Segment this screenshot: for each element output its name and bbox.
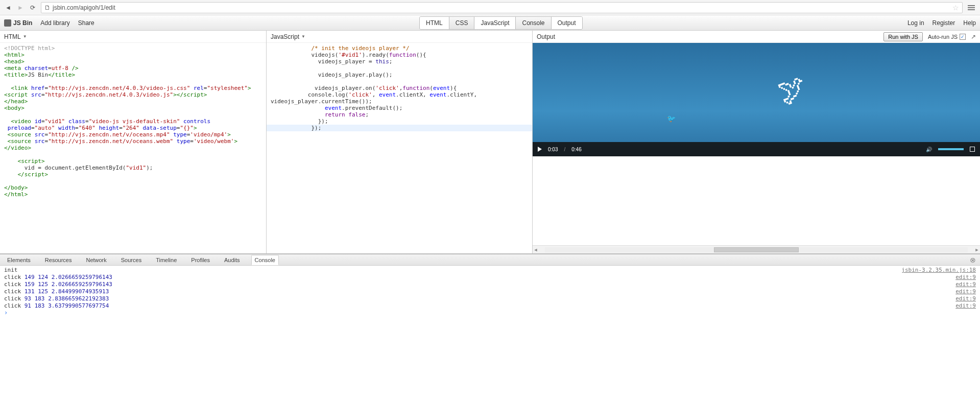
login-link[interactable]: Log in bbox=[907, 19, 924, 27]
jsbin-logo-icon bbox=[4, 19, 11, 27]
devtools-tab-console[interactable]: Console bbox=[251, 255, 279, 265]
console-source-link[interactable]: edit:9 bbox=[955, 274, 976, 281]
volume-icon[interactable]: 🔊 bbox=[926, 147, 932, 152]
console-row: click 131 125 2.844999074935913 edit:9 bbox=[4, 288, 976, 295]
video-frame-content: 🕊 bbox=[774, 70, 811, 109]
devtools-tab-sources[interactable]: Sources bbox=[118, 255, 145, 265]
output-panel-title: Output bbox=[537, 33, 555, 40]
javascript-panel: JavaScript ▼ /* init the videojs player … bbox=[267, 31, 533, 253]
output-panel-header: Output Run with JS Auto-run JS ✓ ↗ bbox=[533, 31, 980, 43]
add-library-button[interactable]: Add library bbox=[40, 19, 69, 27]
devtools-tabs: Elements Resources Network Sources Timel… bbox=[0, 254, 980, 266]
console-row: init jsbin-3.2.35.min.js:18 bbox=[4, 267, 976, 274]
help-link[interactable]: Help bbox=[963, 19, 976, 27]
console-row: click 159 125 2.0266659259796143 edit:9 bbox=[4, 281, 976, 288]
console-source-link[interactable]: jsbin-3.2.35.min.js:18 bbox=[901, 267, 976, 274]
video-controls: 0:03 / 0:46 🔊 bbox=[533, 142, 980, 156]
browser-chrome: ◄ ► ⟳ 🗋 jsbin.com/apigoh/1/edit ☆ bbox=[0, 0, 980, 15]
devtools: Elements Resources Network Sources Timel… bbox=[0, 253, 980, 316]
html-panel: HTML ▼ <!DOCTYPE html> <html> <head> <me… bbox=[0, 31, 267, 253]
console-source-link[interactable]: edit:9 bbox=[955, 281, 976, 288]
video-current-time: 0:03 bbox=[548, 147, 558, 152]
devtools-tab-network[interactable]: Network bbox=[83, 255, 109, 265]
devtools-tab-audits[interactable]: Audits bbox=[221, 255, 243, 265]
console-source-link[interactable]: edit:9 bbox=[955, 295, 976, 302]
scroll-right-arrow[interactable]: ► bbox=[974, 247, 980, 252]
play-button[interactable] bbox=[538, 147, 542, 152]
reload-button[interactable]: ⟳ bbox=[29, 4, 37, 12]
devtools-tab-profiles[interactable]: Profiles bbox=[188, 255, 213, 265]
bookmark-star-icon[interactable]: ☆ bbox=[952, 4, 959, 12]
page-icon: 🗋 bbox=[44, 4, 51, 11]
run-with-js-button[interactable]: Run with JS bbox=[883, 32, 923, 41]
output-horizontal-scrollbar[interactable]: ◄ ► bbox=[533, 245, 980, 253]
devtools-tab-elements[interactable]: Elements bbox=[4, 255, 34, 265]
javascript-code-editor[interactable]: /* init the videojs player */ videojs('#… bbox=[267, 43, 532, 253]
video-player[interactable]: 🕊 🐦 0:03 / 0:46 🔊 bbox=[533, 43, 980, 156]
video-duration: 0:46 bbox=[571, 147, 581, 152]
html-code-editor[interactable]: <!DOCTYPE html> <html> <head> <meta char… bbox=[0, 43, 266, 253]
register-link[interactable]: Register bbox=[933, 19, 955, 27]
devtools-close-icon[interactable]: ⊗ bbox=[970, 256, 976, 264]
console-source-link[interactable]: edit:9 bbox=[955, 302, 976, 309]
url-text: jsbin.com/apigoh/1/edit bbox=[53, 4, 950, 11]
scroll-track[interactable] bbox=[545, 247, 968, 252]
panel-tab-javascript[interactable]: JavaScript bbox=[474, 17, 516, 29]
main-area: HTML ▼ <!DOCTYPE html> <html> <head> <me… bbox=[0, 31, 980, 253]
forward-button[interactable]: ► bbox=[16, 4, 25, 12]
scroll-thumb[interactable] bbox=[714, 247, 799, 252]
share-button[interactable]: Share bbox=[78, 19, 94, 27]
devtools-console[interactable]: init jsbin-3.2.35.min.js:18 click 149 12… bbox=[0, 266, 980, 309]
popout-icon[interactable]: ↗ bbox=[971, 33, 976, 40]
url-bar[interactable]: 🗋 jsbin.com/apigoh/1/edit ☆ bbox=[41, 2, 963, 13]
time-separator: / bbox=[564, 147, 565, 152]
panel-tab-css[interactable]: CSS bbox=[449, 17, 475, 29]
javascript-panel-header: JavaScript ▼ bbox=[267, 31, 532, 43]
back-button[interactable]: ◄ bbox=[4, 4, 12, 12]
chrome-menu-icon[interactable] bbox=[967, 4, 976, 12]
html-panel-header: HTML ▼ bbox=[0, 31, 266, 43]
devtools-tab-resources[interactable]: Resources bbox=[42, 255, 75, 265]
volume-slider[interactable] bbox=[938, 148, 964, 150]
output-body: 🕊 🐦 0:03 / 0:46 🔊 ◄ bbox=[533, 43, 980, 253]
jsbin-toolbar: JS Bin Add library Share HTML CSS JavaSc… bbox=[0, 15, 980, 31]
console-source-link[interactable]: edit:9 bbox=[955, 288, 976, 295]
autorun-checkbox[interactable]: ✓ bbox=[960, 34, 966, 40]
panel-tab-output[interactable]: Output bbox=[552, 17, 582, 29]
video-frame-content: 🐦 bbox=[667, 114, 676, 123]
console-row: click 149 124 2.0266659259796143 edit:9 bbox=[4, 274, 976, 281]
panel-tabs: HTML CSS JavaScript Console Output bbox=[419, 16, 582, 30]
html-panel-title[interactable]: HTML ▼ bbox=[4, 33, 27, 40]
output-panel: Output Run with JS Auto-run JS ✓ ↗ 🕊 🐦 0… bbox=[533, 31, 980, 253]
panel-tab-console[interactable]: Console bbox=[516, 17, 551, 29]
chevron-down-icon: ▼ bbox=[301, 34, 305, 39]
jsbin-logo-text: JS Bin bbox=[13, 19, 32, 27]
fullscreen-button[interactable] bbox=[970, 147, 975, 152]
console-prompt[interactable]: › bbox=[0, 309, 980, 316]
panel-tab-html[interactable]: HTML bbox=[420, 17, 449, 29]
chevron-down-icon: ▼ bbox=[23, 34, 27, 39]
devtools-tab-timeline[interactable]: Timeline bbox=[153, 255, 180, 265]
autorun-toggle[interactable]: Auto-run JS ✓ bbox=[928, 34, 966, 40]
jsbin-logo[interactable]: JS Bin bbox=[4, 19, 32, 27]
scroll-left-arrow[interactable]: ◄ bbox=[533, 247, 539, 252]
console-row: click 91 183 3.6379990577697754 edit:9 bbox=[4, 302, 976, 309]
console-row: click 93 183 2.8386659622192383 edit:9 bbox=[4, 295, 976, 302]
javascript-panel-title[interactable]: JavaScript ▼ bbox=[271, 33, 305, 40]
